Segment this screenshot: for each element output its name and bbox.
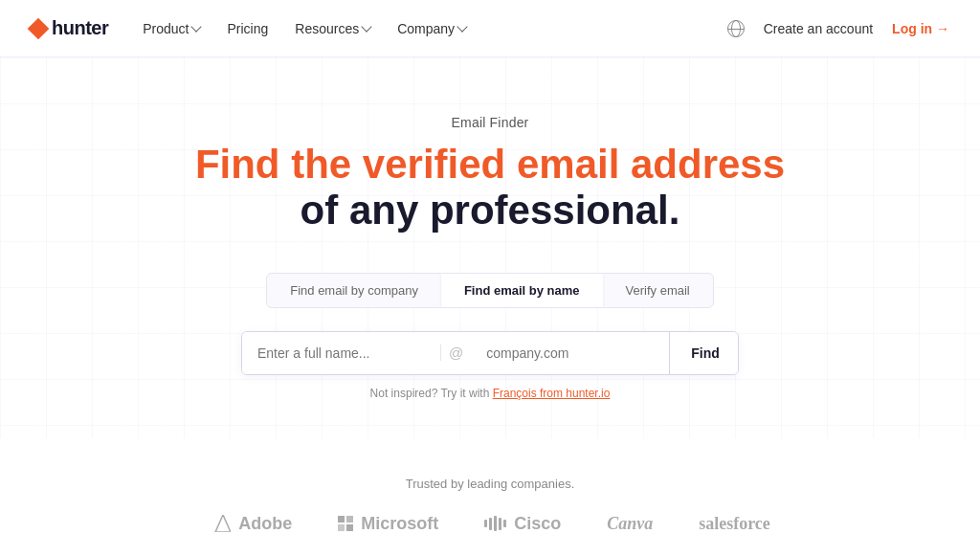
hero-subtitle: Email Finder — [452, 115, 529, 130]
page-wrapper: hunter Product Pricing Resources Company… — [0, 0, 980, 556]
adobe-logo: Adobe — [210, 514, 292, 534]
tab-find-by-name[interactable]: Find email by name — [441, 274, 603, 307]
find-button[interactable]: Find — [669, 332, 739, 374]
hint-prefix: Not inspired? Try it with — [370, 387, 493, 400]
adobe-icon — [210, 515, 231, 532]
search-form: @ Find — [241, 331, 739, 375]
search-tabs: Find email by company Find email by name… — [266, 273, 714, 308]
chevron-down-icon — [362, 21, 372, 32]
hero-title-line1: Find the verified email address — [195, 142, 785, 188]
adobe-label: Adobe — [238, 514, 292, 534]
globe-icon[interactable] — [727, 20, 745, 37]
microsoft-icon — [338, 516, 353, 531]
tab-find-by-company[interactable]: Find email by company — [267, 274, 441, 307]
canva-label: Canva — [607, 514, 653, 534]
nav-item-resources[interactable]: Resources — [295, 21, 370, 36]
microsoft-logo: Microsoft — [338, 514, 438, 534]
nav-item-company[interactable]: Company — [397, 21, 466, 36]
nav-item-product[interactable]: Product — [143, 21, 200, 36]
chevron-down-icon — [191, 21, 202, 32]
salesforce-label: salesforce — [699, 514, 770, 534]
name-input[interactable] — [242, 332, 440, 374]
nav-item-pricing[interactable]: Pricing — [227, 21, 268, 36]
hero-section: Email Finder Find the verified email add… — [0, 57, 980, 438]
cisco-label: Cisco — [514, 514, 561, 534]
microsoft-label: Microsoft — [361, 514, 438, 534]
cisco-icon — [484, 516, 506, 531]
svg-marker-0 — [215, 515, 231, 532]
nav-right: Create an account Log in → — [727, 20, 949, 37]
hero-title: Find the verified email address of any p… — [195, 142, 785, 234]
navbar: hunter Product Pricing Resources Company… — [0, 0, 980, 57]
at-symbol: @ — [440, 345, 471, 361]
tab-verify-email[interactable]: Verify email — [603, 274, 713, 307]
logo[interactable]: hunter — [31, 17, 108, 39]
hero-title-line2: of any professional. — [195, 188, 785, 234]
canva-logo: Canva — [607, 514, 653, 534]
nav-links: Product Pricing Resources Company — [143, 21, 726, 36]
chevron-down-icon — [457, 21, 467, 32]
trusted-section: Trusted by leading companies. Adobe Mic — [0, 438, 980, 556]
company-logos: Adobe Microsoft — [31, 514, 949, 534]
create-account-link[interactable]: Create an account — [764, 21, 873, 36]
salesforce-logo: salesforce — [699, 514, 770, 534]
logo-icon — [28, 17, 50, 39]
login-button[interactable]: Log in → — [892, 21, 949, 36]
trusted-label: Trusted by leading companies. — [31, 477, 949, 491]
hint-text: Not inspired? Try it with François from … — [370, 387, 611, 400]
hint-link[interactable]: François from hunter.io — [493, 387, 611, 400]
domain-input[interactable] — [471, 332, 669, 374]
cisco-logo: Cisco — [484, 514, 561, 534]
logo-text: hunter — [52, 17, 108, 39]
